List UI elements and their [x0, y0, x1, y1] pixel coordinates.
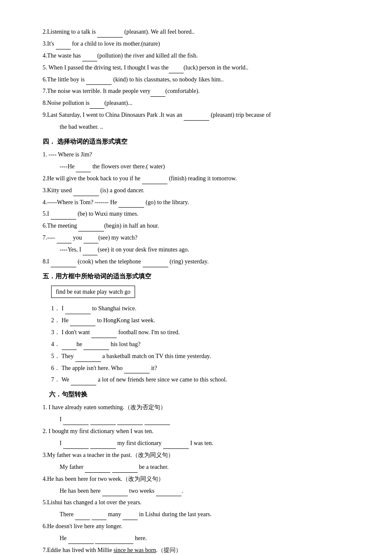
s4-line-1: 1. ---- Where is Jim? — [43, 149, 358, 160]
blank-s4-8b — [143, 267, 168, 267]
blank-s5-2 — [70, 326, 95, 326]
s4-line-1b: ----He the flowers over there.( water) — [60, 161, 358, 172]
blank-8-1 — [89, 108, 104, 109]
s4-line-8: 8.I (cook) when the telephone (ring) yes… — [43, 256, 358, 267]
blank-s4-8a — [51, 267, 76, 267]
s6-q2: 2. I bought my first dictionary when I w… — [43, 426, 358, 437]
blank-s6-1b — [90, 425, 116, 425]
blank-s6-3b — [112, 472, 138, 473]
blank-s5-1 — [65, 314, 91, 314]
line-7: 7.The noise was terrible. It made people… — [43, 86, 358, 97]
s5-line-2: 2． He to HongKong last week. — [51, 315, 358, 326]
s5-line-4: 4． he his lost bag? — [51, 339, 358, 350]
blank-s6-1a — [63, 425, 89, 425]
blank-s6-4a — [102, 496, 128, 496]
section6-title: 六．句型转换 — [43, 389, 358, 400]
s6-a2: I my first dictionary I was ten. — [60, 438, 358, 449]
blank-s4-4 — [118, 207, 144, 208]
s4-line-7b: ----Yes, I (see) it on your desk five mi… — [60, 244, 358, 255]
s6-a6: He here. — [60, 533, 358, 544]
s4-line-5: 5.I (be) to Wuxi many times. — [43, 208, 358, 220]
blank-s5-4a — [62, 350, 77, 350]
blank-s4-5 — [51, 219, 76, 220]
section5-title: 五．用方框中所给动词的适当形式填空 — [43, 271, 358, 282]
blank-2-1 — [97, 37, 123, 38]
s4-line-3: 3.Kitty used (is) a good dancer. — [43, 185, 358, 196]
blank-s4-7b — [84, 243, 98, 243]
blank-s6-2c — [163, 448, 189, 449]
blank-s4-1 — [76, 172, 91, 172]
blank-s5-7 — [71, 385, 96, 385]
s6-a4: He has been here two weeks . — [60, 486, 358, 497]
page-content: 2.Listening to a talk is (pleasant). We … — [43, 26, 358, 555]
blank-s4-2 — [142, 184, 167, 184]
blank-9-1 — [184, 120, 209, 121]
blank-s5-3 — [91, 338, 117, 338]
section4-title: 四． 选择动词的适当形式填空 — [43, 136, 358, 147]
s5-line-7: 7． We a lot of new friends here since we… — [51, 374, 358, 385]
line-6: 6.The little boy is (kind) to his classm… — [43, 74, 358, 85]
line-2: 2.Listening to a talk is (pleasant). We … — [43, 26, 358, 38]
s6-q5: 5.Lishui has changed a lot over the year… — [43, 497, 358, 508]
blank-s6-5a — [75, 520, 90, 520]
s5-line-3: 3． I don't want football now. I'm so tir… — [51, 327, 358, 338]
blank-s6-4b — [156, 496, 182, 496]
s6-q1: 1. I have already eaten something.（改为否定句… — [43, 402, 358, 413]
s4-line-6: 6.The meeting (begin) in half an hour. — [43, 220, 358, 231]
blank-s5-4b — [84, 350, 109, 350]
blank-s4-3 — [73, 196, 99, 196]
line-4: 4.The waste has (pollution) the river an… — [43, 50, 358, 61]
s5-line-1: 1． I to Shanghai twice. — [51, 303, 358, 314]
word-box: find be eat make play watch go — [51, 286, 135, 298]
s6-q6: 6.He doesn't live here any longer. — [43, 521, 358, 532]
blank-s5-6 — [124, 373, 150, 373]
blank-s6-6a — [68, 543, 94, 544]
blank-s6-5b — [92, 520, 107, 520]
s6-a1: I — [60, 414, 358, 425]
blank-s6-6b — [95, 543, 133, 544]
line-8: 8.Noise pollution is(pleasant)... — [43, 98, 358, 109]
blank-s6-2b — [90, 448, 116, 449]
line-3: 3.It's for a child to love its mother.(n… — [43, 38, 358, 49]
s6-q3: 3.My father was a teacher in the past.（改… — [43, 450, 358, 461]
s4-line-4: 4.-----Where is Tom? ------- He (go) to … — [43, 197, 358, 208]
blank-s5-5 — [75, 361, 101, 362]
blank-6-1 — [86, 84, 112, 85]
blank-s4-7a — [57, 243, 72, 243]
s4-line-7: 7.---- you (see) my watch? — [43, 232, 358, 243]
line-9: 9.Last Saturday, I went to China Dinosau… — [43, 110, 358, 121]
s6-a5: There many in Lishui during the last yea… — [60, 509, 358, 520]
blank-s6-5c — [123, 520, 138, 520]
s5-line-5: 5． They a basketball match on TV this ti… — [51, 351, 358, 362]
line-5: 5. When I passed the driving test, I tho… — [43, 62, 358, 73]
line-9-cont: the bad weather. .. — [60, 121, 358, 133]
s4-line-2: 2.He will give the book back to you if h… — [43, 173, 358, 184]
blank-3-1 — [56, 49, 71, 49]
s6-q4: 4.He has been here for two week.（改为同义句） — [43, 474, 358, 485]
blank-4-1 — [82, 61, 97, 61]
blank-s4-7c — [83, 255, 98, 255]
blank-5-1 — [169, 73, 184, 73]
s6-q7: 7.Eddie has lived with Millie since he w… — [43, 545, 358, 555]
blank-7-1 — [150, 96, 165, 97]
s6-a3: My father be a teacher. — [60, 462, 358, 473]
blank-s6-2a — [63, 448, 89, 449]
blank-s4-6 — [78, 231, 104, 231]
blank-s6-1d — [144, 425, 170, 425]
s5-line-6: 6． The apple isn't here. Who it? — [51, 363, 358, 374]
blank-s6-3a — [85, 472, 110, 473]
blank-s6-1c — [117, 425, 143, 425]
s6-q7-underline: since he was born — [113, 547, 156, 553]
